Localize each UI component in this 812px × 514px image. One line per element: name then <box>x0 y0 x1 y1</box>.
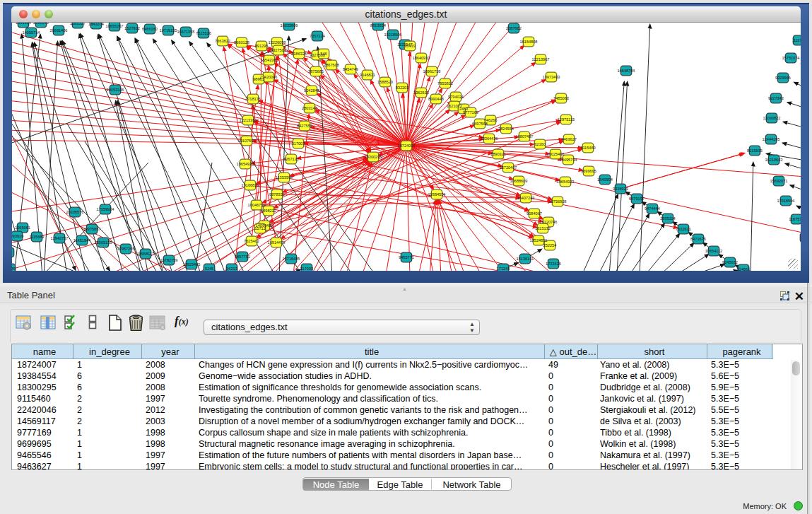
svg-text:16543362: 16543362 <box>261 58 278 62</box>
svg-text:8878332: 8878332 <box>269 192 285 197</box>
svg-text:9329966: 9329966 <box>775 76 791 80</box>
svg-text:2718176: 2718176 <box>245 97 261 101</box>
svg-text:15136141: 15136141 <box>517 257 534 261</box>
svg-text:9455771: 9455771 <box>399 255 414 259</box>
svg-text:7485063: 7485063 <box>553 96 569 100</box>
svg-text:12444195: 12444195 <box>763 137 780 141</box>
svg-text:7357224: 7357224 <box>310 34 325 38</box>
svg-text:16782759: 16782759 <box>160 258 178 262</box>
svg-text:12213967: 12213967 <box>532 57 550 62</box>
svg-text:16154808: 16154808 <box>520 40 538 44</box>
svg-text:1861304: 1861304 <box>16 23 31 25</box>
svg-text:18300295: 18300295 <box>365 155 382 159</box>
svg-text:3875685: 3875685 <box>308 69 324 74</box>
svg-text:10046755: 10046755 <box>248 203 266 207</box>
svg-text:7632621: 7632621 <box>676 227 691 231</box>
svg-text:1527602: 1527602 <box>124 26 140 30</box>
svg-text:20691406: 20691406 <box>50 28 68 33</box>
svg-text:11451944: 11451944 <box>73 238 90 243</box>
svg-text:20364436: 20364436 <box>481 136 498 141</box>
svg-text:746266: 746266 <box>484 118 498 122</box>
svg-text:15712: 15712 <box>254 226 266 230</box>
svg-text:2087682: 2087682 <box>506 26 522 30</box>
svg-text:15716485: 15716485 <box>283 257 300 261</box>
svg-text:16033809: 16033809 <box>281 23 298 28</box>
svg-text:2803144: 2803144 <box>302 106 317 110</box>
svg-text:19218506: 19218506 <box>384 33 402 37</box>
svg-text:7515526: 7515526 <box>196 31 211 35</box>
svg-text:9699695: 9699695 <box>581 169 596 173</box>
svg-text:8427552: 8427552 <box>297 124 312 128</box>
svg-text:1615132: 1615132 <box>535 226 551 230</box>
svg-text:12923465: 12923465 <box>183 262 201 267</box>
svg-text:10975887: 10975887 <box>83 227 101 231</box>
svg-text:2867608: 2867608 <box>324 63 339 67</box>
svg-text:16671355: 16671355 <box>177 30 195 34</box>
svg-text:20053346: 20053346 <box>107 88 124 92</box>
svg-text:19654923: 19654923 <box>557 180 575 184</box>
svg-text:10688609: 10688609 <box>510 179 528 183</box>
svg-text:8990448: 8990448 <box>428 97 444 101</box>
svg-text:117003: 117003 <box>300 267 313 271</box>
svg-text:891295: 891295 <box>255 44 269 48</box>
svg-text:8267130: 8267130 <box>283 157 299 161</box>
svg-text:1890321: 1890321 <box>490 152 506 156</box>
svg-text:9457791: 9457791 <box>235 255 250 259</box>
svg-text:9794024: 9794024 <box>448 95 464 99</box>
svg-text:15720407: 15720407 <box>500 165 517 170</box>
svg-text:8813054: 8813054 <box>370 23 386 28</box>
svg-text:16914479: 16914479 <box>268 240 286 245</box>
svg-text:252254: 252254 <box>543 243 557 247</box>
svg-text:9084067: 9084067 <box>526 211 542 216</box>
svg-text:393919: 393919 <box>12 234 23 238</box>
svg-text:1362615: 1362615 <box>413 90 429 95</box>
svg-text:9227343: 9227343 <box>768 96 784 100</box>
svg-text:2096140: 2096140 <box>33 23 49 25</box>
svg-text:11353594: 11353594 <box>276 175 293 180</box>
svg-text:17359924: 17359924 <box>97 207 114 211</box>
svg-text:18495794: 18495794 <box>560 158 577 162</box>
svg-text:17016504: 17016504 <box>777 199 795 203</box>
svg-text:1588520: 1588520 <box>377 80 393 84</box>
svg-text:97245: 97245 <box>12 267 16 271</box>
svg-text:6466160: 6466160 <box>142 27 158 31</box>
svg-text:16961758: 16961758 <box>423 69 441 74</box>
svg-text:98961: 98961 <box>253 77 264 81</box>
svg-text:16210643: 16210643 <box>765 158 783 162</box>
svg-text:8471676: 8471676 <box>690 237 706 241</box>
svg-text:1265061: 1265061 <box>15 226 30 230</box>
svg-text:924561: 924561 <box>737 267 751 271</box>
svg-text:19166829: 19166829 <box>242 183 259 187</box>
svg-text:6479197: 6479197 <box>629 197 645 201</box>
svg-text:9327503: 9327503 <box>271 48 286 52</box>
svg-text:20419: 20419 <box>404 44 416 48</box>
svg-text:1733426: 1733426 <box>546 262 561 266</box>
svg-text:8660128: 8660128 <box>234 40 249 45</box>
svg-text:19384554: 19384554 <box>428 192 446 197</box>
svg-text:19654923: 19654923 <box>237 162 254 166</box>
svg-text:12942757: 12942757 <box>51 236 69 240</box>
svg-text:14055714: 14055714 <box>23 30 40 35</box>
svg-text:2935114: 2935114 <box>660 216 675 221</box>
svg-text:20206576: 20206576 <box>66 210 84 214</box>
svg-text:9115460: 9115460 <box>580 146 595 150</box>
svg-text:17957255: 17957255 <box>117 247 135 251</box>
svg-text:9474444: 9474444 <box>645 206 660 211</box>
svg-text:94213: 94213 <box>226 267 237 271</box>
svg-text:832203: 832203 <box>396 86 409 90</box>
svg-text:9245: 9245 <box>205 267 213 271</box>
svg-text:9777169: 9777169 <box>463 110 478 115</box>
svg-text:10958117: 10958117 <box>137 252 154 256</box>
svg-text:13226058: 13226058 <box>269 40 286 45</box>
svg-text:9338923: 9338923 <box>613 187 628 191</box>
svg-text:12505135: 12505135 <box>95 240 112 245</box>
svg-text:9146821: 9146821 <box>360 73 375 77</box>
svg-text:1115689: 1115689 <box>30 235 45 239</box>
svg-text:12093822: 12093822 <box>763 116 781 120</box>
svg-text:18724007: 18724007 <box>398 144 416 148</box>
svg-text:18640910: 18640910 <box>413 56 430 60</box>
svg-text:8186328: 8186328 <box>291 52 307 56</box>
svg-text:9463627: 9463627 <box>561 137 577 141</box>
svg-text:62160: 62160 <box>534 142 546 146</box>
svg-text:7955812: 7955812 <box>437 81 453 86</box>
